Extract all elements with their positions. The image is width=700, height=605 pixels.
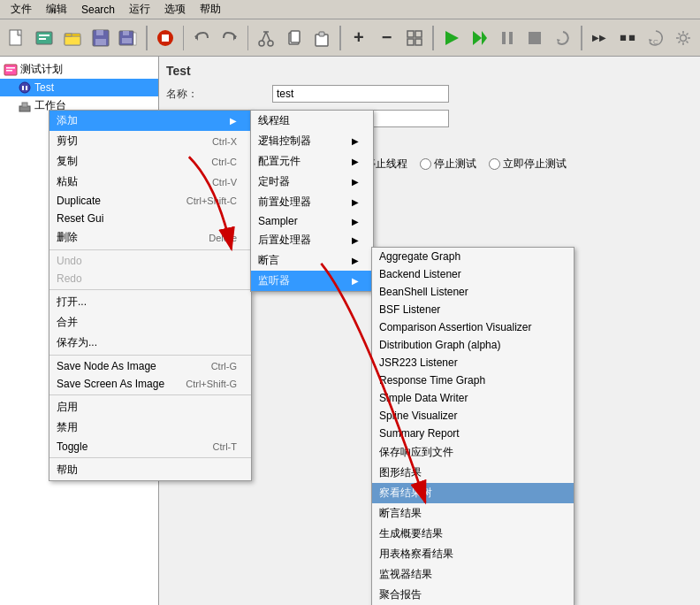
menu-run[interactable]: 运行 [122, 0, 157, 19]
l3-monitor-results[interactable]: 监视器结果 [372, 564, 574, 585]
svg-marker-32 [473, 31, 482, 45]
context-menu-enable[interactable]: 启用 [49, 397, 251, 417]
test-plan-icon [4, 63, 18, 77]
tree-item-test[interactable]: Test [0, 79, 158, 96]
context-menu-disable[interactable]: 禁用 [49, 417, 251, 438]
menu-edit[interactable]: 编辑 [39, 0, 74, 19]
arrow-pre: ▶ [352, 197, 359, 207]
context-menu-duplicate-label: Duplicate [57, 195, 101, 207]
l3-view-results-tree[interactable]: 察看结果树 [372, 483, 574, 503]
remote-clear-button[interactable]: C [643, 24, 669, 52]
submenu2-sampler[interactable]: Sampler ▶ [251, 212, 373, 230]
l3-aggregate-graph[interactable]: Aggregate Graph [372, 248, 574, 265]
context-menu-reset-gui[interactable]: Reset Gui [49, 210, 251, 227]
submenu2-post-processor[interactable]: 后置处理器 ▶ [251, 230, 373, 250]
submenu2-timer[interactable]: 定时器 ▶ [251, 172, 373, 192]
open-button[interactable] [59, 24, 86, 52]
context-menu-save-screen-image[interactable]: Save Screen As Image Ctrl+Shift-G [49, 375, 251, 393]
submenu2-thread-group[interactable]: 线程组 [251, 111, 373, 131]
svg-rect-0 [10, 30, 21, 45]
toggle-shortcut: Ctrl-T [213, 441, 238, 452]
stop-red-button[interactable] [152, 24, 179, 52]
copy-button[interactable] [281, 24, 308, 52]
clear-results-button[interactable] [550, 24, 576, 52]
context-menu-toggle[interactable]: Toggle Ctrl-T [49, 438, 251, 456]
sampler-label: Sampler [258, 215, 298, 227]
l3-response-time-graph[interactable]: Response Time Graph [372, 371, 574, 389]
submenu2-listener[interactable]: 监听器 ▶ [251, 271, 373, 291]
context-menu-duplicate[interactable]: Duplicate Ctrl+Shift-C [49, 192, 251, 210]
paste-shortcut: Ctrl-V [212, 177, 237, 188]
context-menu-cut[interactable]: 剪切 Ctrl-X [49, 131, 251, 151]
svg-line-21 [266, 32, 270, 42]
svg-rect-30 [415, 39, 422, 45]
context-menu-paste[interactable]: 粘贴 Ctrl-V [49, 172, 251, 192]
open-template-button[interactable] [32, 24, 58, 52]
settings-button[interactable] [670, 24, 696, 52]
context-menu-delete[interactable]: 删除 Delete [49, 227, 251, 248]
run-button[interactable] [438, 24, 465, 52]
context-menu-cut-label: 剪切 [57, 134, 78, 149]
radio-stop-test[interactable]: 停止测试 [420, 157, 476, 172]
radio-stop-now[interactable]: 立即停止测试 [489, 157, 567, 172]
l3-summary-report[interactable]: Summary Report [372, 425, 574, 442]
l3-jsr223-listener[interactable]: JSR223 Listener [372, 354, 574, 371]
context-menu-undo: Undo [49, 252, 251, 270]
menu-options[interactable]: 选项 [157, 0, 193, 19]
context-menu-copy[interactable]: 复制 Ctrl-C [49, 151, 251, 172]
separator-2 [183, 26, 185, 50]
submenu2-assertion[interactable]: 断言 ▶ [251, 250, 373, 271]
save-button[interactable] [88, 24, 114, 52]
save-all-button[interactable] [115, 24, 141, 52]
expand-button[interactable] [401, 24, 428, 52]
menu-file[interactable]: 文件 [4, 0, 39, 19]
l3-aggregate-report[interactable]: 聚合报告 [372, 585, 574, 605]
redo-button[interactable] [217, 24, 243, 52]
menu-help[interactable]: 帮助 [193, 0, 228, 19]
submenu2-logic-controller[interactable]: 逻辑控制器 ▶ [251, 131, 373, 151]
l3-view-results-table[interactable]: 用表格察看结果 [372, 544, 574, 564]
save-screen-image-label: Save Screen As Image [57, 378, 164, 390]
context-menu-save-node-image[interactable]: Save Node As Image Ctrl-G [49, 357, 251, 375]
context-menu-add[interactable]: 添加 ▶ [49, 111, 251, 131]
svg-rect-9 [95, 39, 106, 45]
paste-button[interactable] [309, 24, 336, 52]
svg-rect-42 [6, 67, 15, 69]
l3-generate-summary[interactable]: 生成概要结果 [372, 524, 574, 544]
submenu2-config[interactable]: 配置元件 ▶ [251, 151, 373, 172]
l3-spline-visualizer[interactable]: Spline Visualizer [372, 407, 574, 425]
run-no-pause-button[interactable] [466, 24, 492, 52]
context-menu-help[interactable]: 帮助 [49, 460, 251, 480]
l3-comparison-assertion[interactable]: Comparison Assertion Visualizer [372, 318, 574, 336]
tree-item-test-plan[interactable]: 测试计划 [0, 60, 158, 79]
submenu2-pre-processor[interactable]: 前置处理器 ▶ [251, 192, 373, 212]
pause-button[interactable] [494, 24, 521, 52]
context-menu-merge[interactable]: 合并 [49, 312, 251, 333]
remote-start-button[interactable]: ▶▶ [587, 24, 613, 52]
context-menu-open[interactable]: 打开... [49, 292, 251, 312]
save-node-image-label: Save Node As Image [57, 360, 156, 372]
l3-graph-results[interactable]: 图形结果 [372, 463, 574, 483]
l3-backend-listener[interactable]: Backend Listener [372, 265, 574, 283]
cut-button[interactable] [253, 24, 279, 52]
name-input[interactable] [272, 85, 449, 103]
separator-1 [146, 26, 148, 50]
l3-bsf-listener[interactable]: BSF Listener [372, 301, 574, 318]
l3-beanshell-listener[interactable]: BeanShell Listener [372, 283, 574, 301]
remote-stop-button[interactable]: ⏹⏹ [614, 24, 641, 52]
l3-distribution-graph[interactable]: Distribution Graph (alpha) [372, 336, 574, 354]
remove-button[interactable]: − [374, 24, 400, 52]
stop-button[interactable] [522, 24, 549, 52]
svg-marker-16 [194, 34, 198, 41]
l3-assertion-results[interactable]: 断言结果 [372, 503, 574, 524]
config-label: 配置元件 [258, 154, 301, 169]
context-menu-save-as[interactable]: 保存为... [49, 333, 251, 353]
add-button[interactable]: + [346, 24, 372, 52]
undo-button[interactable] [188, 24, 215, 52]
delete-shortcut: Delete [209, 233, 237, 243]
l3-save-responses[interactable]: 保存响应到文件 [372, 442, 574, 463]
svg-rect-36 [529, 32, 541, 44]
new-button[interactable] [4, 24, 30, 52]
menu-search[interactable]: Search [74, 2, 122, 18]
l3-simple-data-writer[interactable]: Simple Data Writer [372, 389, 574, 407]
